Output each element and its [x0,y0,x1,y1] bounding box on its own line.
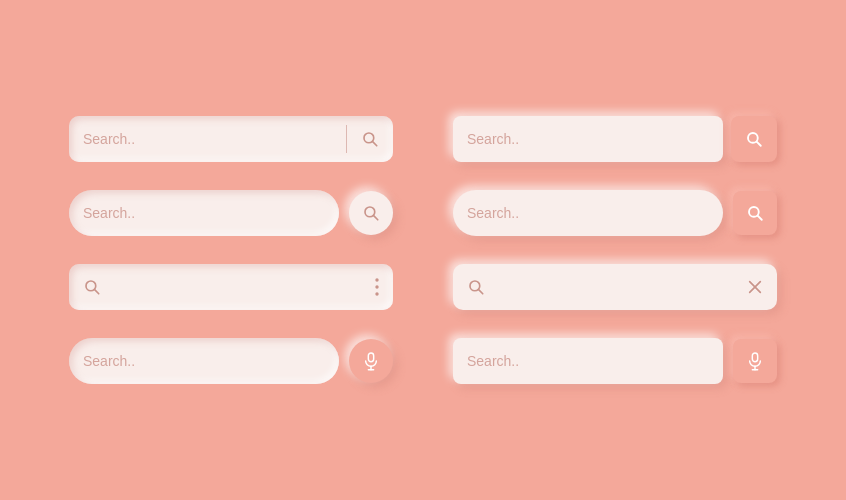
search-icon [467,278,485,296]
svg-line-5 [374,216,378,220]
close-button-r3-right[interactable] [733,264,777,310]
svg-line-3 [757,142,761,146]
search-bar-r4-left [69,338,339,384]
search-input-r3-left[interactable] [113,279,361,295]
search-wrap-r2-right [453,190,777,236]
search-icon [746,204,764,222]
search-bar-r4-right [453,338,723,384]
search-icon [745,130,763,148]
search-icon [83,278,101,296]
search-input-r1-right[interactable] [453,131,723,147]
more-dots-icon [375,278,379,296]
search-input-r2-right[interactable] [453,205,723,221]
search-wrap-r4-left [69,338,393,384]
more-button-r3-left[interactable] [361,264,393,310]
svg-line-7 [758,216,762,220]
search-bars-grid [39,86,807,414]
svg-point-10 [375,278,378,281]
search-input-r2-left[interactable] [69,205,339,221]
search-icon-button-r3-right[interactable] [453,264,497,310]
mic-icon [747,351,763,371]
search-bar-r2-left [69,190,339,236]
search-button-r2-right[interactable] [733,191,777,235]
search-button-r1-left[interactable] [347,116,393,162]
close-icon [747,279,763,295]
search-wrap-r4-right [453,338,777,384]
search-bar-r1-right [453,116,723,162]
mic-icon [363,351,379,371]
search-input-r1-left[interactable] [69,131,346,147]
svg-rect-20 [752,353,757,362]
mic-button-r4-left[interactable] [349,339,393,383]
search-icon [362,204,380,222]
search-wrap-r2-left [69,190,393,236]
svg-point-11 [375,285,378,288]
search-input-r3-right[interactable] [497,279,733,295]
mic-button-r4-right[interactable] [733,339,777,383]
svg-point-12 [375,292,378,295]
search-bar-r2-right [453,190,723,236]
search-wrap-r1-right [453,116,777,162]
search-button-r1-right[interactable] [731,116,777,162]
search-bar-r1-left [69,116,393,162]
search-icon [361,130,379,148]
search-input-r4-left[interactable] [69,353,339,369]
svg-rect-17 [368,353,373,362]
svg-line-14 [479,290,483,294]
search-icon-button-r3-left[interactable] [69,264,113,310]
svg-line-1 [373,142,377,146]
search-bar-r3-left [69,264,393,310]
search-bar-r3-right [453,264,777,310]
svg-line-9 [95,290,99,294]
search-input-r4-right[interactable] [453,353,723,369]
search-button-r2-left[interactable] [349,191,393,235]
